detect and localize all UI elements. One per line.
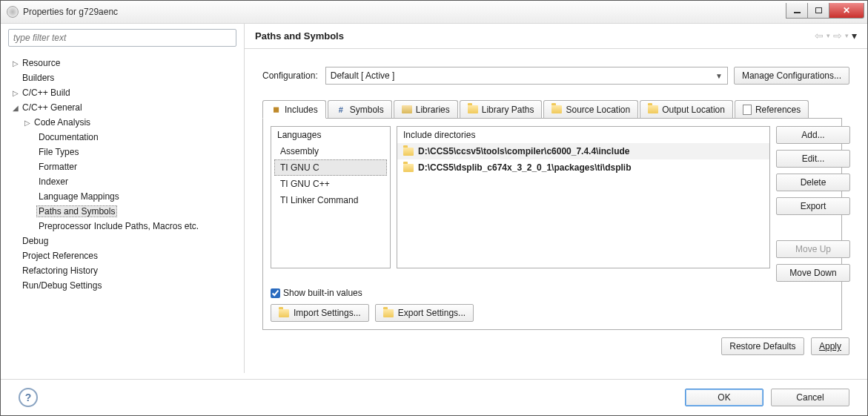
export-settings-button[interactable]: Export Settings...: [375, 304, 474, 322]
show-builtin-checkbox[interactable]: Show built-in values: [271, 288, 362, 298]
folder-icon: [279, 309, 289, 317]
include-dir-item[interactable]: D:\CCS5\ccsv5\tools\compiler\c6000_7.4.4…: [397, 143, 769, 159]
tree-item-run-debug[interactable]: Run/Debug Settings: [7, 278, 244, 293]
symbols-icon: #: [336, 105, 346, 115]
manage-config-button[interactable]: Manage Configurations...: [734, 67, 849, 85]
tree-item-preproc[interactable]: Preprocessor Include Paths, Macros etc.: [7, 219, 244, 234]
folder-icon: [383, 309, 394, 317]
tree: ▷Resource Builders ▷C/C++ Build ◢C/C++ G…: [1, 53, 244, 373]
include-dir-item[interactable]: D:\CCS5\dsplib_c674x_3_2_0_1\packages\ti…: [397, 159, 769, 176]
chevron-down-icon: ▼: [715, 72, 723, 80]
content: Paths and Symbols ⇦▾ ⇨▾ ▾ Configuration:…: [245, 23, 867, 373]
page-header: Paths and Symbols ⇦▾ ⇨▾ ▾: [245, 23, 867, 49]
import-settings-button[interactable]: Import Settings...: [271, 304, 369, 322]
page-title: Paths and Symbols: [255, 30, 815, 42]
edit-button[interactable]: Edit...: [776, 150, 850, 168]
folder-icon: [403, 148, 414, 156]
cancel-button[interactable]: Cancel: [771, 389, 849, 406]
references-icon: [743, 105, 752, 115]
tabstrip: ◼Includes #Symbols Libraries Library Pat…: [262, 99, 842, 119]
includes-icon: ◼: [271, 105, 281, 115]
tab-includes[interactable]: ◼Includes: [262, 100, 326, 119]
lang-item[interactable]: TI GNU C++: [271, 176, 390, 192]
window-buttons: [786, 3, 864, 18]
config-row: Configuration: Default [ Active ] ▼ Mana…: [262, 67, 849, 85]
restore-defaults-button[interactable]: Restore Defaults: [721, 337, 804, 355]
include-dirs-panel: Include directories D:\CCS5\ccsv5\tools\…: [397, 126, 770, 268]
tree-item-ccpp-general[interactable]: ◢C/C++ General: [7, 100, 244, 115]
tree-item-file-types[interactable]: File Types: [7, 145, 244, 159]
footer: ? OK Cancel: [1, 379, 867, 415]
window: Properties for g729aenc ▷Resource Builde…: [0, 0, 868, 416]
back-menu-icon[interactable]: ▾: [826, 32, 830, 39]
close-button[interactable]: [829, 3, 864, 19]
tree-item-resource[interactable]: ▷Resource: [7, 56, 244, 70]
delete-button[interactable]: Delete: [776, 174, 850, 191]
library-paths-icon: [468, 105, 478, 113]
ok-button[interactable]: OK: [685, 389, 763, 406]
app-icon: [7, 6, 19, 18]
source-location-icon: [551, 105, 562, 113]
libraries-icon: [402, 105, 412, 113]
side-buttons: Add... Edit... Delete Export Move Up Mov…: [776, 126, 834, 282]
filter-input[interactable]: [8, 29, 236, 47]
lang-item[interactable]: TI Linker Command: [271, 192, 390, 208]
forward-icon[interactable]: ⇨: [833, 30, 842, 42]
tree-item-ccpp-build[interactable]: ▷C/C++ Build: [7, 85, 244, 100]
tree-item-debug[interactable]: Debug: [7, 234, 244, 248]
tab-references[interactable]: References: [735, 100, 809, 118]
tree-item-documentation[interactable]: Documentation: [7, 130, 244, 145]
config-select[interactable]: Default [ Active ] ▼: [325, 67, 728, 85]
forward-menu-icon[interactable]: ▾: [845, 32, 849, 39]
tree-item-formatter[interactable]: Formatter: [7, 159, 244, 174]
apply-button[interactable]: Apply: [811, 337, 849, 355]
tree-item-proj-refs[interactable]: Project References: [7, 248, 244, 263]
nav-arrows: ⇦▾ ⇨▾ ▾: [815, 30, 857, 42]
minimize-button[interactable]: [786, 3, 808, 19]
config-value: Default [ Active ]: [331, 70, 395, 81]
help-icon[interactable]: ?: [19, 388, 38, 407]
tab-output-location[interactable]: Output Location: [640, 100, 733, 118]
languages-panel: Languages Assembly TI GNU C TI GNU C++ T…: [271, 126, 391, 268]
lang-item[interactable]: TI GNU C: [274, 159, 387, 176]
include-dirs-title: Include directories: [397, 127, 769, 143]
tree-item-paths-symbols[interactable]: Paths and Symbols: [7, 204, 244, 219]
tree-item-lang-mappings[interactable]: Language Mappings: [7, 189, 244, 204]
export-button[interactable]: Export: [776, 197, 850, 215]
sidebar: ▷Resource Builders ▷C/C++ Build ◢C/C++ G…: [1, 23, 245, 373]
maximize-button[interactable]: [808, 3, 829, 19]
tree-item-code-analysis[interactable]: ▷Code Analysis: [7, 115, 244, 130]
tab-source-location[interactable]: Source Location: [543, 100, 638, 118]
tab-symbols[interactable]: #Symbols: [328, 100, 392, 118]
view-menu-icon[interactable]: ▾: [852, 30, 857, 42]
tab-body: Languages Assembly TI GNU C TI GNU C++ T…: [262, 119, 842, 330]
tree-item-builders[interactable]: Builders: [7, 70, 244, 85]
tree-item-indexer[interactable]: Indexer: [7, 174, 244, 189]
languages-title: Languages: [271, 127, 390, 143]
lang-item[interactable]: Assembly: [271, 143, 390, 159]
tab-libraries[interactable]: Libraries: [394, 100, 458, 118]
folder-icon: [403, 164, 414, 172]
move-down-button[interactable]: Move Down: [776, 264, 850, 282]
tab-library-paths[interactable]: Library Paths: [460, 100, 543, 118]
add-button[interactable]: Add...: [776, 126, 850, 144]
output-location-icon: [648, 105, 658, 113]
move-up-button[interactable]: Move Up: [776, 240, 850, 258]
titlebar[interactable]: Properties for g729aenc: [1, 1, 867, 24]
config-label: Configuration:: [262, 70, 318, 81]
back-icon[interactable]: ⇦: [815, 30, 824, 42]
window-title: Properties for g729aenc: [23, 7, 118, 17]
tree-item-refactor-hist[interactable]: Refactoring History: [7, 263, 244, 278]
